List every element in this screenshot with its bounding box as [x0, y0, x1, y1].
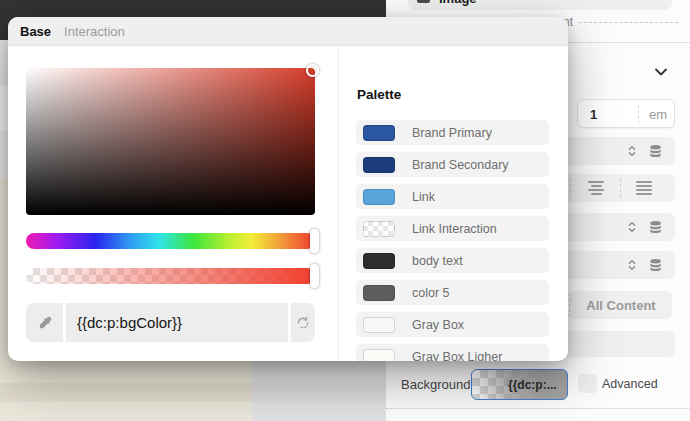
eyedropper-button[interactable] [26, 303, 63, 342]
database-icon[interactable] [648, 257, 663, 273]
hue-slider[interactable] [26, 233, 315, 249]
palette-item[interactable]: Gray Box Ligher [356, 344, 549, 361]
size-unit[interactable]: em [649, 107, 667, 122]
palette-list: Brand Primary Brand Secondary Link Link … [356, 120, 549, 361]
palette-item[interactable]: Gray Box [356, 312, 549, 337]
page-canvas-stripe [0, 402, 252, 421]
page-canvas-stripe [0, 383, 252, 402]
palette-item-label: Gray Box [412, 318, 464, 332]
palette-item-label: Gray Box Ligher [412, 350, 502, 362]
background-color-value: {{dc:p:... [508, 378, 557, 392]
saturation-selector[interactable] [306, 64, 319, 77]
palette-item[interactable]: Link Interaction [356, 216, 549, 241]
palette-swatch [363, 349, 395, 362]
palette-pane: Palette Brand Primary Brand Secondary Li… [339, 46, 568, 361]
palette-item-label: Brand Secondary [412, 158, 509, 172]
image-section-label: Image [439, 0, 477, 6]
align-justify-icon[interactable] [636, 181, 652, 195]
color-picker-dialog: Base Interaction {{dc:p:bgColor}} Palett… [8, 17, 568, 361]
hue-slider-handle[interactable] [310, 229, 319, 253]
database-icon[interactable] [648, 143, 663, 159]
dotted-divider [386, 408, 690, 409]
dashed-divider [579, 22, 678, 23]
background-color-swatch[interactable]: {{dc:p:... [471, 369, 568, 400]
database-icon[interactable] [648, 219, 663, 235]
palette-item-label: Link Interaction [412, 222, 497, 236]
alpha-slider[interactable] [26, 268, 315, 284]
dashed-divider [638, 105, 639, 123]
palette-heading: Palette [357, 87, 401, 102]
color-value-input[interactable]: {{dc:p:bgColor}} [66, 303, 288, 342]
palette-swatch [363, 221, 395, 237]
chevron-down-icon[interactable] [652, 63, 670, 81]
eyedropper-icon [39, 316, 50, 327]
dashed-divider [620, 178, 621, 198]
stepper-icon[interactable] [625, 258, 639, 272]
palette-swatch [363, 317, 395, 333]
advanced-label: Advanced [602, 377, 658, 391]
image-section-row[interactable]: Image [408, 0, 672, 10]
dashed-divider [570, 178, 571, 198]
page-canvas-stripe [252, 383, 386, 402]
palette-item-label: body text [412, 254, 463, 268]
stepper-icon[interactable] [625, 220, 639, 234]
palette-item[interactable]: Link [356, 184, 549, 209]
advanced-checkbox[interactable] [578, 374, 597, 393]
palette-swatch [363, 285, 395, 301]
palette-item[interactable]: Brand Primary [356, 120, 549, 145]
palette-item[interactable]: Brand Secondary [356, 152, 549, 177]
palette-item-label: Brand Primary [412, 126, 492, 140]
image-icon [417, 0, 430, 3]
palette-item-label: Link [412, 190, 435, 204]
palette-item[interactable]: body text [356, 248, 549, 273]
color-picker-tabs: Base Interaction [8, 17, 568, 46]
palette-swatch [363, 157, 395, 173]
palette-swatch [363, 253, 395, 269]
stepper-icon[interactable] [625, 144, 639, 158]
size-input[interactable]: 1 em [577, 99, 675, 128]
palette-item[interactable]: color 5 [356, 280, 549, 305]
background-label: Background [401, 377, 470, 392]
palette-item-label: color 5 [412, 286, 450, 300]
alpha-slider-handle[interactable] [310, 264, 319, 288]
reset-button[interactable] [291, 303, 315, 342]
palette-swatch [363, 189, 395, 205]
saturation-area[interactable] [26, 68, 315, 215]
align-center-icon[interactable] [588, 181, 604, 195]
color-value-row: {{dc:p:bgColor}} [26, 303, 315, 342]
tab-base[interactable]: Base [20, 24, 51, 39]
palette-swatch [363, 125, 395, 141]
size-value[interactable]: 1 [590, 107, 597, 122]
tab-interaction[interactable]: Interaction [64, 24, 125, 39]
all-content-button[interactable]: All Content [570, 291, 672, 319]
reset-icon [295, 315, 311, 331]
